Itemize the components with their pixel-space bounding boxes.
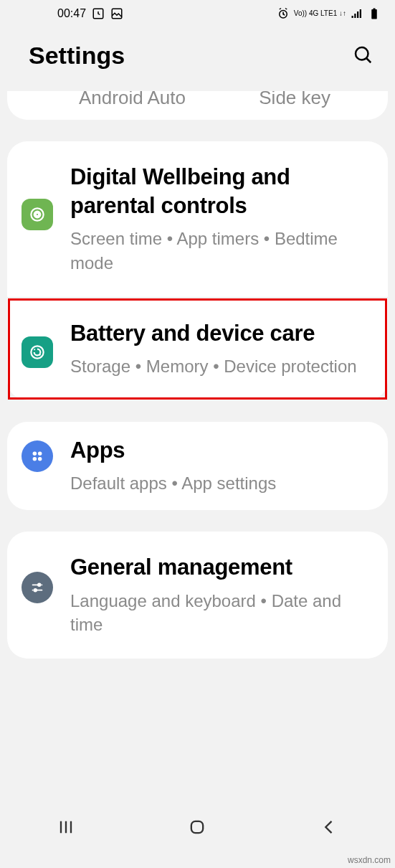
svg-point-9 [356, 47, 368, 60]
partial-previous-card: Android Auto Side key [7, 91, 388, 120]
svg-rect-19 [191, 821, 203, 833]
general-management-icon [22, 572, 53, 603]
status-bar: 00:47 Vo)) 4G LTE1 ↓↑ [0, 0, 395, 27]
watermark: wsxdn.com [348, 855, 391, 865]
item-subtitle: Language and keyboard • Date and time [70, 589, 373, 637]
search-icon [352, 44, 373, 65]
alarm-icon [277, 7, 290, 20]
svg-point-18 [34, 589, 37, 592]
item-title: Apps [70, 436, 373, 465]
clock-square-icon [92, 7, 105, 20]
image-icon [110, 7, 123, 20]
back-icon [319, 817, 339, 837]
svg-rect-4 [354, 14, 356, 18]
item-title: General management [70, 553, 373, 582]
svg-rect-5 [357, 11, 358, 18]
search-button[interactable] [352, 44, 373, 68]
settings-item-battery-device-care[interactable]: Battery and device care Storage • Memory… [7, 298, 388, 400]
svg-point-13 [33, 451, 37, 456]
settings-item-digital-wellbeing[interactable]: Digital Wellbeing and parental controls … [7, 141, 388, 298]
svg-point-15 [33, 457, 37, 461]
svg-point-14 [38, 451, 42, 456]
settings-card-1: Digital Wellbeing and parental controls … [7, 141, 388, 400]
item-title: Digital Wellbeing and parental controls [70, 163, 373, 220]
item-subtitle: Storage • Memory • Device protection [70, 354, 373, 379]
settings-item-general-management[interactable]: General management Language and keyboard… [7, 532, 388, 659]
svg-point-12 [31, 346, 43, 358]
svg-rect-3 [352, 16, 353, 18]
svg-rect-8 [373, 9, 376, 10]
recents-button[interactable] [56, 817, 76, 840]
partial-text-1: Android Auto [79, 91, 186, 109]
partial-text-2: Side key [259, 91, 330, 109]
back-button[interactable] [319, 817, 339, 840]
svg-rect-6 [360, 9, 361, 18]
network-label: Vo)) 4G LTE1 ↓↑ [294, 10, 346, 17]
apps-icon [22, 440, 53, 472]
settings-card-2: Apps Default apps • App settings [7, 422, 388, 510]
settings-card-3: General management Language and keyboard… [7, 532, 388, 659]
settings-header: Settings [0, 27, 395, 91]
svg-point-16 [38, 457, 42, 461]
wellbeing-icon [22, 199, 53, 230]
page-title: Settings [29, 42, 125, 70]
signal-icon [351, 7, 363, 20]
svg-rect-7 [371, 9, 377, 19]
svg-point-11 [36, 213, 39, 216]
item-subtitle: Screen time • App timers • Bedtime mode [70, 227, 373, 275]
device-care-icon [22, 336, 53, 368]
navigation-bar [0, 811, 395, 846]
home-icon [187, 817, 207, 837]
item-subtitle: Default apps • App settings [70, 471, 373, 496]
status-time: 00:47 [57, 7, 86, 20]
item-title: Battery and device care [70, 319, 373, 348]
home-button[interactable] [187, 817, 207, 840]
settings-item-apps[interactable]: Apps Default apps • App settings [7, 422, 388, 510]
recents-icon [56, 817, 76, 837]
svg-point-17 [38, 584, 41, 587]
battery-icon [368, 7, 381, 20]
